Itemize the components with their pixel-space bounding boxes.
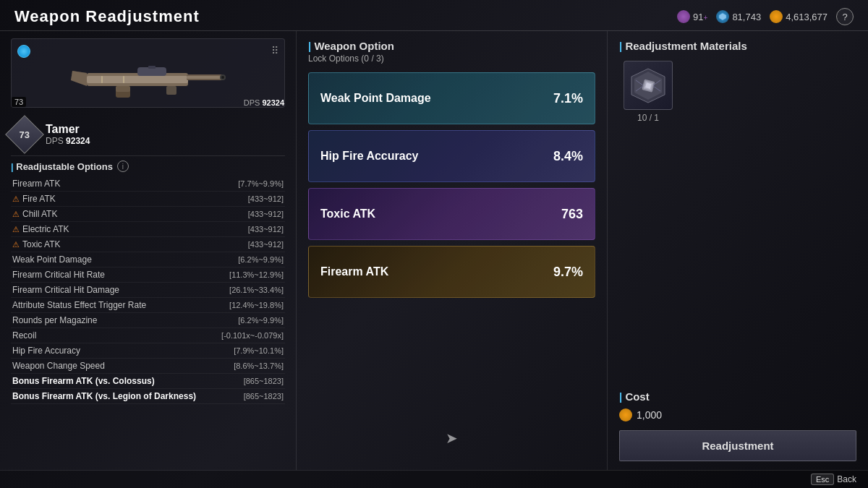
option-range: [26.1%~33.4%] [229, 286, 284, 294]
option-name: ⚠ Chill ATK [12, 209, 57, 219]
weapon-level: 73 [20, 129, 30, 140]
header: Weapon Readjustment 91+ 81,743 4,613,677… [0, 0, 868, 31]
svg-rect-12 [101, 76, 103, 83]
list-item[interactable]: ⚠ Fire ATK [433~912] [11, 192, 285, 207]
material-count: 10 / 1 [637, 113, 659, 123]
readjustment-button[interactable]: Readjustment [619, 430, 856, 461]
svg-rect-8 [116, 86, 130, 92]
list-item[interactable]: Hip Fire Accuracy [7.9%~10.1%] [11, 343, 285, 359]
weapon-dps-badge-value: 92324 [262, 98, 284, 107]
option-name: Firearm ATK [12, 179, 60, 189]
list-item[interactable]: ⚠ Electric ATK [433~912] [11, 222, 285, 237]
page-wrapper: Weapon Readjustment 91+ 81,743 4,613,677… [0, 0, 868, 488]
list-item[interactable]: Firearm Critical Hit Damage [26.1%~33.4%… [11, 283, 285, 298]
material-icon [629, 66, 668, 106]
warning-icon: ⚠ [12, 225, 20, 234]
list-item[interactable]: ⚠ Toxic ATK [433~912] [11, 237, 285, 252]
back-label: Back [837, 474, 856, 484]
option-card-value: 8.4% [553, 149, 583, 164]
weapon-status-icon [17, 45, 30, 58]
option-range: [7.9%~10.1%] [234, 346, 284, 355]
list-item[interactable]: Bonus Firearm ATK (vs. Legion of Darknes… [11, 389, 285, 404]
currency-blue: 81,743 [716, 10, 761, 23]
esc-key-badge[interactable]: Esc [811, 474, 834, 485]
option-card-firearm[interactable]: Firearm ATK 9.7% [308, 246, 595, 298]
option-range: [8.6%~13.7%] [234, 361, 284, 370]
list-item[interactable]: ⚠ Chill ATK [433~912] [11, 207, 285, 222]
option-name: Weak Point Damage [12, 254, 92, 265]
option-card-name: Weak Point Damage [320, 92, 431, 105]
list-item[interactable]: Recoil [-0.101x~-0.079x] [11, 328, 285, 343]
warning-icon: ⚠ [12, 194, 20, 204]
svg-rect-11 [166, 86, 176, 95]
option-name: Firearm Critical Hit Rate [12, 270, 105, 280]
option-name: ⚠ Fire ATK [12, 194, 56, 204]
header-right: 91+ 81,743 4,613,677 ? [677, 8, 854, 25]
list-item[interactable]: Rounds per Magazine [6.2%~9.9%] [11, 313, 285, 328]
option-name: Hip Fire Accuracy [12, 346, 80, 356]
info-icon[interactable]: i [117, 160, 129, 172]
esc-back-label: Esc Back [811, 474, 856, 485]
option-range: [11.3%~12.9%] [229, 270, 284, 279]
option-name: Recoil [12, 330, 36, 341]
gold-currency-icon [770, 10, 783, 23]
option-card-hip-fire[interactable]: Hip Fire Accuracy 8.4% [308, 130, 595, 182]
lock-options-label: Lock Options (0 / 3) [308, 53, 595, 64]
material-item: 10 / 1 [619, 61, 677, 123]
bottom-bar: Esc Back [0, 470, 868, 488]
weapon-dps-badge: DPS 92324 [244, 98, 284, 107]
divider [11, 155, 285, 156]
option-name: ⚠ Toxic ATK [12, 239, 60, 249]
right-panel: Readjustment Materials [608, 31, 868, 470]
svg-rect-10 [148, 66, 156, 69]
weapon-card-header: ⠿ [17, 45, 278, 58]
svg-marker-0 [719, 13, 726, 20]
option-card-name: Hip Fire Accuracy [320, 150, 418, 163]
page-title: Weapon Readjustment [14, 7, 200, 26]
list-item[interactable]: Bonus Firearm ATK (vs. Colossus) [865~18… [11, 374, 285, 389]
option-card-value: 763 [561, 207, 583, 222]
warning-icon: ⚠ [12, 240, 20, 249]
list-item[interactable]: Firearm ATK [7.7%~9.9%] [11, 176, 285, 192]
list-item[interactable]: Firearm Critical Hit Rate [11.3%~12.9%] [11, 267, 285, 283]
cursor-icon: ➤ [446, 429, 458, 447]
option-range: [865~1823] [244, 377, 284, 385]
weapon-slots-icon: ⠿ [271, 45, 278, 56]
option-range: [433~912] [248, 210, 284, 218]
weapon-name: Tamer [46, 123, 90, 136]
cost-amount: 1,000 [637, 409, 662, 421]
options-list: Firearm ATK [7.7%~9.9%] ⚠ Fire ATK [433~… [11, 176, 285, 463]
main-content: ⠿ [0, 31, 868, 470]
list-item[interactable]: Weak Point Damage [6.2%~9.9%] [11, 252, 285, 267]
option-name: Rounds per Magazine [12, 315, 97, 325]
option-name: Weapon Change Speed [12, 361, 105, 371]
currency-purple: 91+ [677, 10, 707, 23]
option-range: [7.7%~9.9%] [238, 179, 284, 188]
blue-currency-icon [716, 10, 729, 23]
weapon-card: ⠿ [11, 38, 285, 108]
svg-rect-4 [187, 76, 223, 79]
middle-panel: Weapon Option Lock Options (0 / 3) Weak … [297, 31, 608, 470]
list-item[interactable]: Weapon Change Speed [8.6%~13.7%] [11, 359, 285, 374]
weapon-level-badge: 73 [12, 97, 26, 107]
cost-row: 1,000 [619, 408, 856, 421]
warning-icon: ⚠ [12, 210, 20, 219]
dps-value: 92324 [66, 136, 90, 146]
option-range: [433~912] [248, 225, 284, 234]
option-card-toxic[interactable]: Toxic ATK 763 [308, 188, 595, 240]
list-item[interactable]: Attribute Status Effect Trigger Rate [12… [11, 298, 285, 313]
option-range: [-0.101x~-0.079x] [221, 331, 284, 340]
option-card-name: Firearm ATK [320, 265, 388, 278]
help-button[interactable]: ? [836, 8, 854, 25]
svg-marker-6 [71, 71, 87, 86]
option-range: [865~1823] [244, 392, 284, 401]
readjust-options-header: Readjustable Options i [11, 160, 285, 172]
option-name: Attribute Status Effect Trigger Rate [12, 300, 146, 310]
option-card-value: 7.1% [553, 91, 583, 106]
material-icon-box [624, 61, 673, 110]
option-card-weak-point[interactable]: Weak Point Damage 7.1% [308, 72, 595, 124]
weapon-option-title: Weapon Option [308, 40, 595, 52]
materials-title: Readjustment Materials [619, 40, 856, 52]
weapon-dps-info: DPS 92324 [46, 136, 90, 146]
purple-currency-icon [677, 10, 690, 23]
